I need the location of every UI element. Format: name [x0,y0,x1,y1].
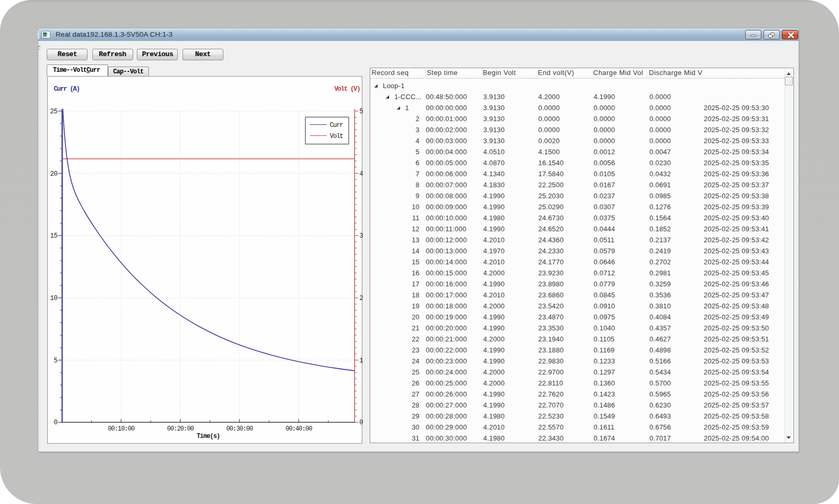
svg-text:Volt: Volt [330,133,343,140]
svg-text:Volt (V): Volt (V) [335,85,360,92]
svg-text:00:40:00: 00:40:00 [285,425,312,432]
svg-text:2: 2 [359,295,363,302]
svg-text:00:30:00: 00:30:00 [226,425,253,432]
svg-text:25: 25 [50,108,57,115]
svg-text:0: 0 [53,419,57,426]
svg-text:Time(s): Time(s) [197,433,220,440]
svg-text:5: 5 [359,108,363,115]
svg-text:20: 20 [50,170,57,177]
svg-text:Curr: Curr [330,122,343,129]
svg-text:00:20:00: 00:20:00 [167,425,194,432]
svg-text:5: 5 [53,357,57,364]
svg-text:0: 0 [359,419,363,426]
svg-text:3: 3 [359,232,363,240]
svg-text:Curr (A): Curr (A) [54,85,80,92]
svg-text:4: 4 [359,170,363,177]
svg-text:15: 15 [50,232,57,240]
svg-text:00:10:00: 00:10:00 [108,425,135,432]
svg-text:10: 10 [50,295,57,302]
svg-text:1: 1 [359,357,363,364]
